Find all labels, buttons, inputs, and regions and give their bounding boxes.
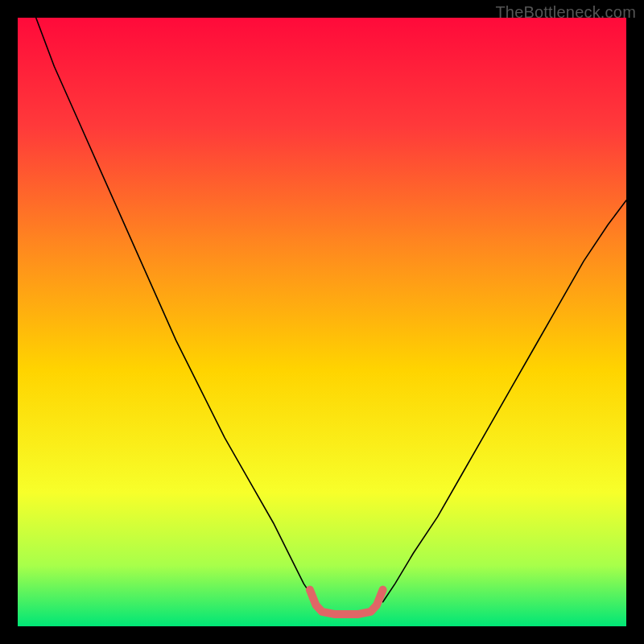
chart-frame: TheBottleneck.com	[0, 0, 644, 644]
gradient-background	[18, 18, 626, 626]
plot-area	[18, 18, 626, 626]
watermark-text: TheBottleneck.com	[495, 3, 636, 22]
bottleneck-chart	[18, 18, 626, 626]
